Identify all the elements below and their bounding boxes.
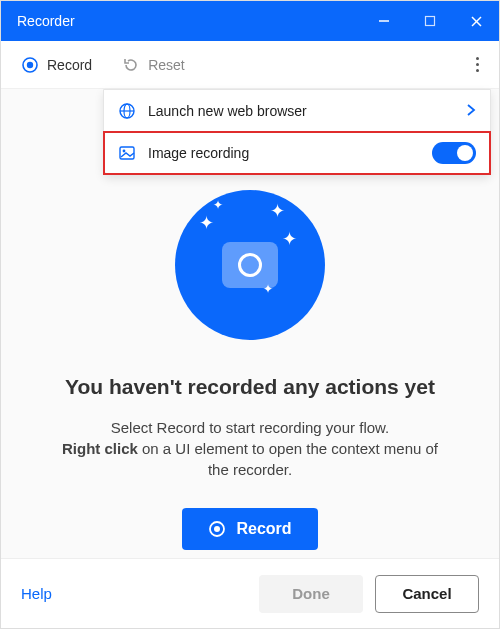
empty-state-text: Select Record to start recording your fl…	[50, 417, 450, 480]
record-toolbar-label: Record	[47, 57, 92, 73]
maximize-button[interactable]	[407, 1, 453, 41]
reset-toolbar-label: Reset	[148, 57, 185, 73]
more-dropdown: Launch new web browser Image recording	[103, 89, 491, 175]
record-dot-icon	[208, 520, 226, 538]
toolbar: Record Reset	[1, 41, 499, 89]
record-toolbar-button[interactable]: Record	[13, 50, 100, 80]
menu-item-launch-browser-label: Launch new web browser	[148, 103, 454, 119]
empty-illustration: ✦ ✦ ✦ ✦ ✦	[170, 185, 330, 345]
titlebar: Recorder	[1, 1, 499, 41]
maximize-icon	[424, 15, 436, 27]
window-title: Recorder	[17, 13, 361, 29]
sparkle-icon: ✦	[213, 198, 223, 212]
menu-item-image-recording-label: Image recording	[148, 145, 420, 161]
empty-bold-prefix: Right click	[62, 440, 138, 457]
minimize-icon	[378, 15, 390, 27]
toggle-knob	[457, 145, 473, 161]
menu-item-launch-browser[interactable]: Launch new web browser	[104, 90, 490, 132]
sparkle-icon: ✦	[199, 212, 214, 234]
empty-line1: Select Record to start recording your fl…	[111, 419, 389, 436]
record-button-label: Record	[236, 520, 291, 538]
chevron-right-icon	[466, 103, 476, 120]
more-menu-button[interactable]	[468, 49, 487, 80]
svg-point-5	[27, 61, 33, 67]
record-button[interactable]: Record	[182, 508, 317, 550]
help-link[interactable]: Help	[21, 585, 247, 602]
svg-rect-1	[426, 17, 435, 26]
globe-icon	[118, 102, 136, 120]
image-recording-toggle[interactable]	[432, 142, 476, 164]
empty-state-title: You haven't recorded any actions yet	[65, 375, 435, 399]
cancel-button[interactable]: Cancel	[375, 575, 479, 613]
reset-toolbar-button[interactable]: Reset	[114, 50, 193, 80]
close-button[interactable]	[453, 1, 499, 41]
reset-icon	[122, 56, 140, 74]
recorder-window: Recorder Record Reset	[0, 0, 500, 629]
empty-line2-rest: on a UI element to open the context menu…	[138, 440, 438, 478]
menu-item-image-recording[interactable]: Image recording	[104, 132, 490, 174]
sparkle-icon: ✦	[270, 200, 285, 222]
footer: Help Done Cancel	[1, 558, 499, 628]
image-icon	[118, 144, 136, 162]
record-dot-icon	[21, 56, 39, 74]
minimize-button[interactable]	[361, 1, 407, 41]
svg-point-10	[123, 150, 126, 153]
sparkle-icon: ✦	[282, 228, 297, 250]
window-controls	[361, 1, 499, 41]
content-area: Launch new web browser Image recording ✦	[1, 89, 499, 558]
close-icon	[470, 15, 483, 28]
sparkle-icon: ✦	[263, 282, 273, 296]
done-button[interactable]: Done	[259, 575, 363, 613]
svg-point-12	[214, 526, 220, 532]
